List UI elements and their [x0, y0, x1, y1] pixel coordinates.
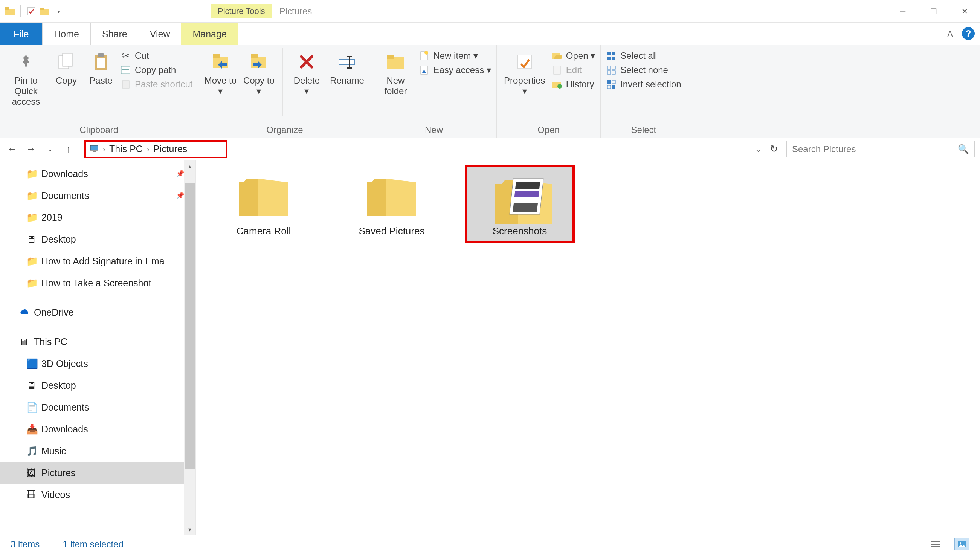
status-item-count: 3 items	[11, 539, 40, 550]
svg-rect-17	[339, 59, 355, 65]
search-input[interactable]	[792, 144, 958, 155]
pictures-icon: 🖼	[26, 467, 37, 478]
breadcrumb[interactable]: › This PC › Pictures	[84, 140, 228, 158]
copy-button[interactable]: Copy	[51, 48, 81, 86]
delete-label: Delete▾	[294, 75, 320, 96]
nav-music[interactable]: 🎵Music	[0, 440, 196, 462]
open-label: Open ▾	[566, 51, 595, 61]
maximize-button[interactable]: ☐	[918, 0, 949, 22]
select-all-icon	[606, 51, 617, 61]
videos-icon: 🎞	[26, 489, 37, 500]
new-folder-button[interactable]: New folder	[377, 48, 414, 96]
search-box[interactable]: 🔍	[786, 141, 975, 158]
tab-home[interactable]: Home	[42, 22, 91, 45]
folder-saved-pictures[interactable]: Saved Pictures	[339, 167, 444, 241]
scroll-down-icon[interactable]: ▾	[184, 524, 196, 535]
tab-share[interactable]: Share	[91, 22, 138, 45]
collapse-ribbon-icon[interactable]: ᐱ	[947, 29, 953, 38]
refresh-button[interactable]: ↻	[770, 143, 778, 155]
properties-label: Properties▾	[504, 75, 545, 96]
nav-3d-objects[interactable]: 🟦3D Objects	[0, 352, 196, 375]
invert-selection-button[interactable]: Invert selection	[606, 79, 681, 90]
nav-pictures[interactable]: 🖼Pictures	[0, 462, 196, 484]
edit-button[interactable]: Edit	[552, 65, 595, 75]
paste-button[interactable]: Paste	[86, 48, 116, 86]
crumb-this-pc[interactable]: This PC	[109, 143, 143, 155]
back-button[interactable]: ←	[5, 142, 19, 156]
nav-downloads[interactable]: 📁Downloads📌	[0, 163, 196, 185]
nav-desktop-2[interactable]: 🖥Desktop	[0, 375, 196, 396]
content-view[interactable]: Camera Roll Saved Pictures Screenshots	[196, 161, 980, 535]
nav-signature-howto[interactable]: 📁How to Add Signature in Ema	[0, 250, 196, 272]
svg-rect-1	[5, 7, 10, 10]
nav-documents-2[interactable]: 📄Documents	[0, 396, 196, 418]
tab-file[interactable]: File	[0, 22, 42, 45]
svg-rect-33	[607, 56, 611, 60]
copy-to-button[interactable]: Copy to ▾	[242, 48, 276, 96]
folder-screenshots[interactable]: Screenshots	[467, 167, 573, 241]
folder-icon	[363, 171, 420, 220]
nav-this-pc[interactable]: 🖥This PC	[0, 331, 196, 352]
ribbon: Pin to Quick access Copy Paste ✂ Cut Cop…	[0, 45, 980, 138]
scroll-up-icon[interactable]: ▴	[184, 161, 196, 172]
open-icon	[552, 51, 562, 61]
nav-documents[interactable]: 📁Documents📌	[0, 185, 196, 206]
tab-manage[interactable]: Manage	[181, 22, 238, 45]
group-select: Select all Select none Invert selection …	[601, 45, 686, 137]
nav-2019[interactable]: 📁2019	[0, 206, 196, 228]
copy-path-button[interactable]: Copy path	[121, 65, 192, 75]
open-button[interactable]: Open ▾	[552, 51, 595, 61]
properties-button[interactable]: Properties▾	[502, 48, 547, 96]
svg-rect-2	[27, 8, 35, 15]
nav-videos[interactable]: 🎞Videos	[0, 484, 196, 505]
view-details-button[interactable]	[928, 537, 943, 550]
pin-icon	[16, 51, 37, 72]
nav-screenshot-howto[interactable]: 📁How to Take a Screenshot	[0, 272, 196, 294]
main-area: 📁Downloads📌 📁Documents📌 📁2019 🖥Desktop 📁…	[0, 161, 980, 535]
pin-to-quick-access-button[interactable]: Pin to Quick access	[5, 48, 47, 107]
move-to-button[interactable]: Move to ▾	[204, 48, 237, 96]
close-button[interactable]: ✕	[949, 0, 980, 22]
history-button[interactable]: History	[552, 79, 595, 90]
delete-button[interactable]: Delete▾	[290, 48, 323, 96]
select-none-button[interactable]: Select none	[606, 65, 681, 75]
paste-shortcut-button[interactable]: Paste shortcut	[121, 79, 192, 90]
svg-rect-49	[931, 541, 940, 542]
folder-camera-roll[interactable]: Camera Roll	[211, 167, 317, 241]
nav-downloads-2[interactable]: 📥Downloads	[0, 418, 196, 440]
properties-qat-icon[interactable]	[26, 6, 37, 17]
view-thumbnails-button[interactable]	[955, 537, 969, 550]
cut-icon: ✂	[121, 51, 131, 61]
folder-qat-icon[interactable]	[40, 6, 50, 17]
address-bar: ← → ⌄ ↑ › This PC › Pictures ⌄ ↻ 🔍	[0, 138, 980, 161]
tab-view[interactable]: View	[138, 22, 181, 45]
select-all-button[interactable]: Select all	[606, 51, 681, 61]
qat-dropdown-icon[interactable]: ▾	[53, 6, 64, 17]
scroll-thumb[interactable]	[185, 183, 195, 469]
item-label: Saved Pictures	[359, 225, 425, 237]
search-icon[interactable]: 🔍	[958, 144, 969, 155]
new-item-button[interactable]: New item ▾	[419, 51, 491, 61]
easy-access-button[interactable]: Easy access ▾	[419, 65, 491, 75]
minimize-button[interactable]: ─	[887, 0, 918, 22]
group-organize-label: Organize	[204, 123, 366, 136]
svg-rect-28	[554, 66, 560, 74]
cut-button[interactable]: ✂ Cut	[121, 51, 192, 61]
quick-access-toolbar: ▾	[0, 5, 72, 18]
up-button[interactable]: ↑	[62, 142, 75, 156]
help-button[interactable]: ?	[962, 27, 975, 40]
nav-onedrive[interactable]: OneDrive	[0, 301, 196, 323]
chevron-right-icon: ›	[146, 144, 150, 155]
forward-button[interactable]: →	[24, 142, 38, 156]
easy-access-icon	[419, 65, 430, 75]
nav-desktop[interactable]: 🖥Desktop	[0, 228, 196, 250]
address-dropdown-icon[interactable]: ⌄	[755, 144, 762, 154]
recent-locations-button[interactable]: ⌄	[43, 142, 57, 156]
rename-button[interactable]: Rename	[328, 48, 366, 86]
pin-icon: 📌	[176, 191, 184, 200]
svg-point-30	[557, 84, 562, 89]
qat-separator-2	[69, 5, 69, 18]
nav-scrollbar[interactable]: ▴ ▾	[184, 161, 196, 535]
crumb-pictures[interactable]: Pictures	[153, 143, 187, 155]
new-folder-label: New folder	[377, 75, 414, 96]
